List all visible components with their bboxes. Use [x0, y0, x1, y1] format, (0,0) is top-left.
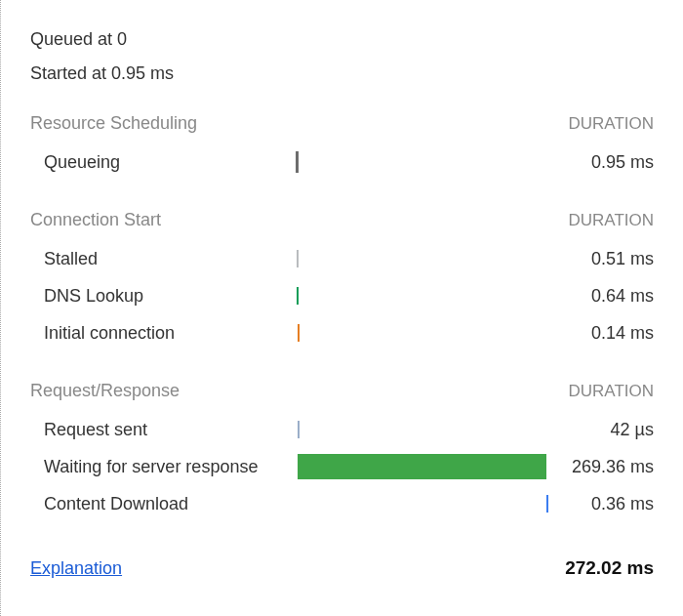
- timing-row-value: 0.95 ms: [546, 152, 654, 173]
- timing-bar: [298, 421, 300, 438]
- timing-bar: [298, 454, 546, 479]
- timing-bar: [546, 495, 548, 513]
- timing-row-value: 0.14 ms: [546, 323, 654, 344]
- explanation-link[interactable]: Explanation: [30, 558, 122, 579]
- timing-bar: [298, 324, 300, 342]
- timing-bar-track: [264, 454, 546, 479]
- section-title: Resource Scheduling: [30, 113, 274, 134]
- timing-section: Connection StartDURATIONStalled0.51 msDN…: [30, 210, 654, 351]
- timing-bar-track: [264, 246, 546, 271]
- timing-row-value: 0.36 ms: [546, 494, 654, 514]
- timing-row-label: Waiting for server response: [30, 456, 264, 478]
- section-title: Request/Response: [30, 381, 274, 401]
- timing-bar-track: [264, 283, 546, 308]
- timing-bar: [297, 250, 299, 267]
- timing-bar-track: [264, 491, 546, 516]
- timing-row: Queueing0.95 ms: [30, 144, 654, 181]
- queued-at-text: Queued at 0: [30, 29, 654, 50]
- timing-row: DNS Lookup0.64 ms: [30, 277, 654, 314]
- timing-row: Waiting for server response269.36 ms: [30, 448, 654, 485]
- timing-bar: [296, 151, 299, 173]
- timing-row-value: 0.64 ms: [546, 286, 654, 307]
- timing-row-label: Request sent: [30, 419, 264, 441]
- timing-row-value: 42 µs: [546, 420, 654, 440]
- timing-section: Resource SchedulingDURATIONQueueing0.95 …: [30, 113, 654, 181]
- timing-row: Content Download0.36 ms: [30, 485, 654, 522]
- duration-column-header: DURATION: [568, 114, 654, 134]
- timing-row-label: Content Download: [30, 493, 264, 515]
- duration-column-header: DURATION: [568, 382, 654, 401]
- timing-row-label: Stalled: [30, 248, 264, 270]
- timing-row-value: 269.36 ms: [546, 457, 654, 477]
- timing-row-value: 0.51 ms: [546, 249, 654, 269]
- section-title: Connection Start: [30, 210, 274, 230]
- timing-row: Stalled0.51 ms: [30, 240, 654, 277]
- timing-row-label: DNS Lookup: [30, 285, 264, 308]
- duration-column-header: DURATION: [568, 211, 654, 230]
- timing-row-label: Queueing: [30, 151, 264, 174]
- total-duration: 272.02 ms: [565, 557, 654, 579]
- timing-bar: [297, 287, 299, 305]
- timing-bar-track: [264, 417, 546, 442]
- timing-row: Request sent42 µs: [30, 411, 654, 448]
- timing-row: Initial connection0.14 ms: [30, 314, 654, 351]
- timing-bar-track: [264, 320, 546, 346]
- timing-section: Request/ResponseDURATIONRequest sent42 µ…: [30, 381, 654, 522]
- timing-bar-track: [264, 149, 546, 175]
- started-at-text: Started at 0.95 ms: [30, 63, 654, 84]
- timing-row-label: Initial connection: [30, 322, 264, 345]
